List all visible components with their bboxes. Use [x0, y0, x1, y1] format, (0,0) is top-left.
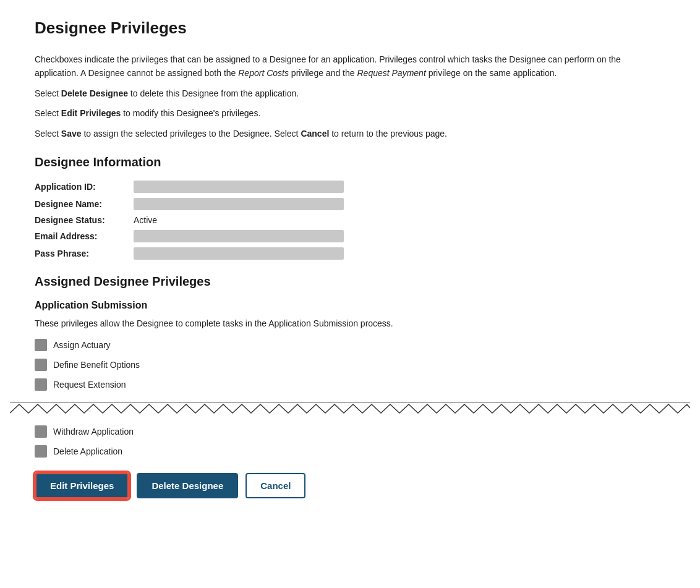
checkbox-define-benefit[interactable]	[35, 359, 47, 371]
email-label: Email Address:	[35, 231, 134, 241]
desc-para2: Select Delete Designee to delete this De…	[35, 87, 665, 100]
checkbox-withdraw-application[interactable]	[35, 425, 47, 438]
app-submission-subtitle: Application Submission	[35, 300, 665, 311]
designee-name-label: Designee Name:	[35, 199, 134, 209]
app-id-label: Application ID:	[35, 182, 134, 192]
privilege-withdraw-application: Withdraw Application	[35, 425, 665, 438]
checkbox-request-extension[interactable]	[35, 378, 47, 391]
info-row-designee-status: Designee Status: Active	[35, 215, 665, 225]
designee-status-value: Active	[134, 215, 157, 225]
privilege-label-request-extension: Request Extension	[53, 380, 126, 390]
privilege-label-delete-application: Delete Application	[53, 446, 122, 456]
privilege-define-benefit: Define Benefit Options	[35, 359, 665, 371]
privilege-assign-actuary: Assign Actuary	[35, 339, 665, 351]
delete-designee-button[interactable]: Delete Designee	[137, 473, 238, 498]
info-row-passphrase: Pass Phrase:	[35, 247, 665, 260]
checkbox-assign-actuary[interactable]	[35, 339, 47, 351]
passphrase-label: Pass Phrase:	[35, 249, 134, 258]
designee-info-table: Application ID: Designee Name: Designee …	[35, 181, 665, 260]
desc-para1: Checkboxes indicate the privileges that …	[35, 53, 665, 80]
app-submission-desc: These privileges allow the Designee to c…	[35, 317, 665, 330]
designee-info-title: Designee Information	[35, 155, 665, 169]
privilege-label-withdraw-application: Withdraw Application	[53, 427, 134, 437]
info-row-designee-name: Designee Name:	[35, 198, 665, 210]
app-id-value	[134, 181, 344, 193]
assigned-privileges-title: Assigned Designee Privileges	[35, 275, 665, 289]
privilege-delete-application: Delete Application	[35, 445, 665, 458]
privilege-label-define-benefit: Define Benefit Options	[53, 360, 140, 370]
info-row-app-id: Application ID:	[35, 181, 665, 193]
zigzag-divider	[10, 402, 690, 414]
email-value	[134, 230, 344, 242]
buttons-section: Edit Privileges Delete Designee Cancel	[35, 472, 665, 499]
edit-privileges-button[interactable]: Edit Privileges	[35, 472, 129, 499]
cancel-button[interactable]: Cancel	[245, 473, 305, 498]
designee-name-value	[134, 198, 344, 210]
designee-status-label: Designee Status:	[35, 215, 134, 225]
checkbox-delete-application[interactable]	[35, 445, 47, 458]
page-title: Designee Privileges	[35, 19, 665, 38]
desc-para3: Select Edit Privileges to modify this De…	[35, 106, 665, 120]
info-row-email: Email Address:	[35, 230, 665, 242]
description-section: Checkboxes indicate the privileges that …	[35, 53, 665, 140]
application-submission-section: Application Submission These privileges …	[35, 300, 665, 391]
desc-para4: Select Save to assign the selected privi…	[35, 127, 665, 140]
passphrase-value	[134, 247, 344, 260]
privilege-label-assign-actuary: Assign Actuary	[53, 340, 111, 350]
page-container: Designee Privileges Checkboxes indicate …	[10, 0, 690, 524]
privileges-after-divider: Withdraw Application Delete Application	[35, 425, 665, 458]
privilege-request-extension: Request Extension	[35, 378, 665, 391]
